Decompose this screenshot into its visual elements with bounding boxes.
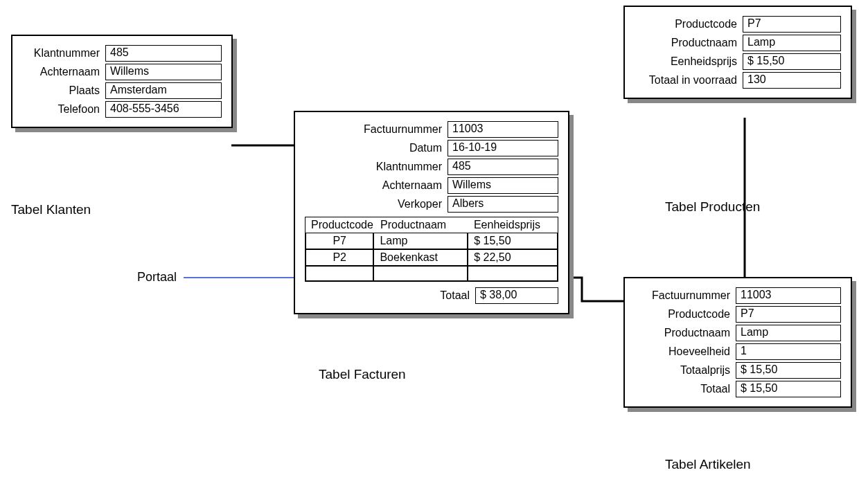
artikelen-productnaam-value[interactable]: Lamp: [736, 325, 841, 341]
portal-cell-code[interactable]: P7: [305, 233, 373, 249]
caption-producten: Tabel Producten: [665, 199, 760, 215]
klanten-achternaam-label: Achternaam: [22, 66, 105, 78]
caption-klanten: Tabel Klanten: [11, 202, 91, 217]
portal-row[interactable]: [305, 266, 558, 281]
portal-cell-prijs[interactable]: [468, 266, 558, 281]
facturen-totaal-value[interactable]: $ 38,00: [475, 287, 558, 304]
klanten-telefoon-label: Telefoon: [22, 103, 105, 116]
klanten-achternaam-value[interactable]: Willems: [105, 64, 222, 80]
facturen-verkoper-label: Verkoper: [305, 198, 448, 210]
facturen-klantnummer-value[interactable]: 485: [448, 159, 558, 175]
panel-artikelen: Factuurnummer 11003 Productcode P7 Produ…: [623, 277, 852, 408]
producten-productcode-label: Productcode: [635, 18, 743, 30]
klanten-klantnummer-value[interactable]: 485: [105, 45, 222, 62]
artikelen-factuurnummer-value[interactable]: 11003: [736, 287, 841, 304]
facturen-datum-label: Datum: [305, 142, 448, 154]
portal-cell-prijs[interactable]: $ 22,50: [468, 249, 558, 266]
facturen-verkoper-value[interactable]: Albers: [448, 196, 558, 213]
producten-productcode-value[interactable]: P7: [743, 16, 841, 33]
facturen-klantnummer-label: Klantnummer: [305, 161, 448, 173]
portal-cell-naam[interactable]: Lamp: [373, 233, 468, 249]
facturen-totaal-label: Totaal: [305, 289, 475, 302]
portal-header-code: Productcode: [305, 217, 375, 233]
portal-cell-code[interactable]: P2: [305, 249, 373, 266]
facturen-portal: Productcode Productnaam Eenheidsprijs P7…: [305, 217, 558, 282]
facturen-factuurnummer-label: Factuurnummer: [305, 123, 448, 136]
portal-cell-naam[interactable]: [373, 266, 468, 281]
portal-cell-naam[interactable]: Boekenkast: [373, 249, 468, 266]
artikelen-totaalprijs-value[interactable]: $ 15,50: [736, 362, 841, 379]
artikelen-productcode-value[interactable]: P7: [736, 306, 841, 323]
producten-productnaam-label: Productnaam: [635, 37, 743, 49]
panel-klanten: Klantnummer 485 Achternaam Willems Plaat…: [11, 35, 233, 128]
producten-voorraad-value[interactable]: 130: [743, 72, 841, 89]
artikelen-productcode-label: Productcode: [635, 308, 736, 321]
portal-cell-code[interactable]: [305, 266, 373, 281]
facturen-datum-value[interactable]: 16-10-19: [448, 140, 558, 156]
caption-facturen: Tabel Facturen: [319, 367, 406, 382]
producten-voorraad-label: Totaal in voorraad: [635, 74, 743, 87]
facturen-factuurnummer-value[interactable]: 11003: [448, 121, 558, 138]
artikelen-productnaam-label: Productnaam: [635, 327, 736, 339]
annotation-portaal: Portaal: [137, 270, 177, 285]
facturen-achternaam-label: Achternaam: [305, 179, 448, 192]
portal-cell-prijs[interactable]: $ 15,50: [468, 233, 558, 249]
producten-eenheidsprijs-label: Eenheidsprijs: [635, 55, 743, 68]
facturen-achternaam-value[interactable]: Willems: [448, 177, 558, 194]
portal-row[interactable]: P7 Lamp $ 15,50: [305, 233, 558, 249]
artikelen-hoeveelheid-label: Hoeveelheid: [635, 345, 736, 358]
klanten-klantnummer-label: Klantnummer: [22, 47, 105, 60]
caption-artikelen: Tabel Artikelen: [665, 457, 751, 472]
panel-producten: Productcode P7 Productnaam Lamp Eenheids…: [623, 6, 852, 99]
artikelen-totaal-value[interactable]: $ 15,50: [736, 381, 841, 397]
producten-eenheidsprijs-value[interactable]: $ 15,50: [743, 53, 841, 70]
portal-header-prijs: Eenheidsprijs: [468, 217, 558, 233]
producten-productnaam-value[interactable]: Lamp: [743, 35, 841, 51]
portal-header-naam: Productnaam: [375, 217, 468, 233]
klanten-telefoon-value[interactable]: 408-555-3456: [105, 101, 222, 118]
klanten-plaats-label: Plaats: [22, 84, 105, 97]
portal-row[interactable]: P2 Boekenkast $ 22,50: [305, 249, 558, 266]
artikelen-hoeveelheid-value[interactable]: 1: [736, 343, 841, 360]
panel-facturen: Factuurnummer 11003 Datum 16-10-19 Klant…: [294, 111, 569, 314]
artikelen-totaal-label: Totaal: [635, 383, 736, 395]
artikelen-totaalprijs-label: Totaalprijs: [635, 364, 736, 377]
artikelen-factuurnummer-label: Factuurnummer: [635, 289, 736, 302]
klanten-plaats-value[interactable]: Amsterdam: [105, 82, 222, 99]
